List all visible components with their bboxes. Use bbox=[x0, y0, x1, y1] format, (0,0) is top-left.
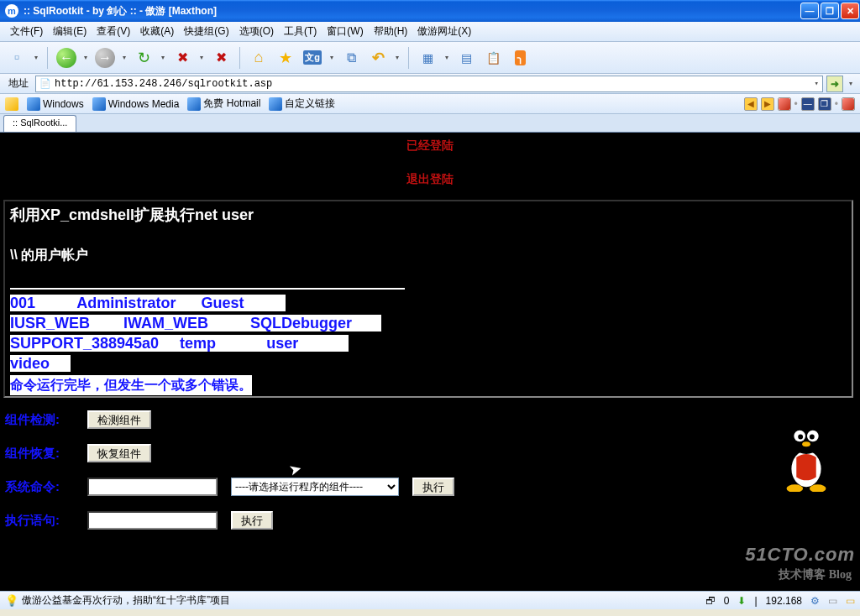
tool-arrow-right-icon[interactable]: ▶ bbox=[761, 97, 774, 111]
tile-button[interactable]: ▦ bbox=[416, 46, 439, 70]
rss-button[interactable]: ╮ bbox=[508, 46, 532, 70]
label-detect: 组件检测: bbox=[5, 412, 74, 428]
tab-sqlrootkit[interactable]: :: SqlRootki... bbox=[3, 115, 76, 132]
menu-fav[interactable]: 收藏(A) bbox=[135, 23, 179, 40]
go-dropdown[interactable]: ▾ bbox=[847, 80, 855, 87]
link-hotmail-label: 免费 Hotmail bbox=[203, 97, 260, 111]
page-content: 已经登陆 退出登陆 利用XP_cmdshell扩展执行net user \\ 的… bbox=[0, 133, 860, 591]
links-folder-icon[interactable] bbox=[5, 97, 18, 111]
address-label: 地址 bbox=[5, 76, 32, 91]
new-tab-dropdown[interactable]: ▾ bbox=[32, 54, 40, 61]
detect-button[interactable]: 检测组件 bbox=[87, 410, 151, 429]
menu-help[interactable]: 帮助(H) bbox=[369, 23, 413, 40]
links-bar: Windows Windows Media 免费 Hotmail 自定义链接 ◀… bbox=[0, 94, 860, 114]
tab-bar: :: SqlRootki... bbox=[0, 114, 860, 133]
address-url: http://61.153.248.246/sqlrootkit.asp bbox=[55, 78, 272, 90]
undo-button[interactable]: ↶ bbox=[366, 46, 390, 70]
ie-icon bbox=[27, 97, 40, 111]
new-tab-button[interactable]: ▫ bbox=[5, 46, 29, 70]
exec-sql-button[interactable]: 执行 bbox=[231, 511, 273, 530]
stop-button[interactable]: ✖ bbox=[170, 46, 194, 70]
svg-point-7 bbox=[802, 441, 810, 446]
refresh-dropdown[interactable]: ▾ bbox=[159, 54, 167, 61]
link-windows-label: Windows bbox=[43, 98, 84, 110]
output-divider bbox=[10, 288, 405, 290]
restore-button[interactable]: 恢复组件 bbox=[87, 444, 151, 462]
popup-count: 0 bbox=[724, 595, 730, 607]
stop2-button[interactable]: ✖ bbox=[209, 46, 233, 70]
tile-dropdown[interactable]: ▾ bbox=[443, 54, 451, 61]
forward-dropdown[interactable]: ▾ bbox=[120, 54, 128, 61]
download-icon[interactable]: ⬇ bbox=[737, 595, 746, 607]
status-text: 傲游公益基金再次行动，捐助“红十字书库”项目 bbox=[22, 593, 230, 608]
notes-button[interactable]: 📋 bbox=[481, 46, 505, 70]
syscmd-input[interactable] bbox=[87, 478, 218, 496]
undo-dropdown[interactable]: ▾ bbox=[393, 54, 401, 61]
status-separator: | bbox=[754, 595, 757, 607]
svg-point-6 bbox=[810, 435, 815, 440]
address-dropdown-icon[interactable]: ▾ bbox=[815, 79, 819, 88]
security-icon: ▭ bbox=[846, 595, 855, 607]
app-icon: m bbox=[5, 4, 18, 18]
link-custom-label: 自定义链接 bbox=[285, 97, 335, 111]
address-field[interactable]: 📄 http://61.153.248.246/sqlrootkit.asp ▾ bbox=[35, 76, 823, 92]
back-button[interactable]: ← bbox=[55, 46, 78, 70]
tool-restore-icon[interactable]: ❐ bbox=[818, 97, 831, 111]
refresh-button[interactable]: ↻ bbox=[132, 46, 155, 70]
user-row-1: 001 Administrator Guest bbox=[10, 295, 286, 311]
execsql-input[interactable] bbox=[87, 511, 218, 530]
translate-button[interactable]: 文g bbox=[301, 46, 324, 70]
menu-window[interactable]: 窗口(W) bbox=[322, 23, 368, 40]
bulb-icon: 💡 bbox=[5, 594, 18, 607]
stop-dropdown[interactable]: ▾ bbox=[197, 54, 206, 61]
close-button[interactable]: ✕ bbox=[841, 3, 859, 19]
forward-button[interactable]: → bbox=[93, 46, 117, 70]
user-row-2: IUSR_WEB IWAM_WEB SQLDebugger bbox=[10, 315, 381, 331]
menu-shortcut-group[interactable]: 快捷组(G) bbox=[179, 23, 233, 40]
controls-panel: 组件检测: 检测组件 组件恢复: 恢复组件 系统命令: ----请选择运行程序的… bbox=[0, 410, 860, 530]
label-restore: 组件恢复: bbox=[5, 446, 74, 462]
maximize-button[interactable]: ❐ bbox=[821, 3, 839, 19]
home-button[interactable]: ⌂ bbox=[247, 46, 270, 70]
component-select[interactable]: ----请选择运行程序的组件---- bbox=[231, 478, 399, 496]
menu-options[interactable]: 选项(O) bbox=[234, 23, 279, 40]
menu-file[interactable]: 文件(F) bbox=[5, 23, 48, 40]
menu-bar: 文件(F) 编辑(E) 查看(V) 收藏(A) 快捷组(G) 选项(O) 工具(… bbox=[0, 22, 860, 42]
status-bar: 💡 傲游公益基金再次行动，捐助“红十字书库”项目 🗗 0 ⬇ | 192.168… bbox=[0, 591, 860, 609]
toolbar-separator-2 bbox=[239, 47, 240, 69]
logout-link[interactable]: 退出登陆 bbox=[406, 170, 454, 188]
tool-close-all-icon[interactable] bbox=[778, 97, 791, 111]
menu-tools[interactable]: 工具(T) bbox=[279, 23, 322, 40]
go-button[interactable]: ➜ bbox=[826, 76, 843, 92]
link-wmedia-label: Windows Media bbox=[108, 98, 180, 110]
login-status-text: 已经登陆 bbox=[406, 136, 454, 154]
popup-block-icon[interactable]: 🗗 bbox=[705, 595, 716, 607]
toolbar-separator-3 bbox=[408, 47, 409, 69]
back-dropdown[interactable]: ▾ bbox=[81, 54, 90, 61]
toolbar-separator bbox=[47, 47, 48, 69]
link-hotmail[interactable]: 免费 Hotmail bbox=[187, 97, 260, 111]
tool-arrow-left-icon[interactable]: ◀ bbox=[744, 97, 758, 111]
link-custom[interactable]: 自定义链接 bbox=[269, 97, 335, 111]
tool-minimize-icon[interactable]: — bbox=[801, 97, 815, 111]
user-row-3: SUPPORT_388945a0 temp user bbox=[10, 335, 349, 352]
ie-icon bbox=[269, 97, 282, 111]
menu-view[interactable]: 查看(V) bbox=[92, 23, 135, 40]
menu-aoyou[interactable]: 傲游网址(X) bbox=[412, 23, 476, 40]
window-titlebar: m :: SqlRootkit - by 剑心 :: - 傲游 [Maxthon… bbox=[0, 0, 860, 22]
tool-close-icon[interactable] bbox=[842, 97, 855, 111]
exec-syscmd-button[interactable]: 执行 bbox=[412, 478, 454, 496]
status-ip: 192.168 bbox=[766, 595, 802, 607]
list-button[interactable]: ▤ bbox=[454, 46, 478, 70]
output-finish-message: 命令运行完毕，但发生一个或多个错误。 bbox=[10, 375, 252, 395]
output-title: 利用XP_cmdshell扩展执行net user bbox=[10, 205, 847, 225]
menu-edit[interactable]: 编辑(E) bbox=[48, 23, 92, 40]
translate-dropdown[interactable]: ▾ bbox=[328, 54, 336, 61]
ie-icon bbox=[187, 97, 201, 111]
favorites-button[interactable]: ★ bbox=[274, 46, 297, 70]
minimize-button[interactable]: — bbox=[800, 3, 819, 19]
link-windows[interactable]: Windows bbox=[27, 97, 84, 111]
link-windows-media[interactable]: Windows Media bbox=[92, 97, 180, 111]
popup-button[interactable]: ⧉ bbox=[339, 46, 363, 70]
command-output-box[interactable]: 利用XP_cmdshell扩展执行net user \\ 的用户帐户 001 A… bbox=[3, 200, 853, 398]
